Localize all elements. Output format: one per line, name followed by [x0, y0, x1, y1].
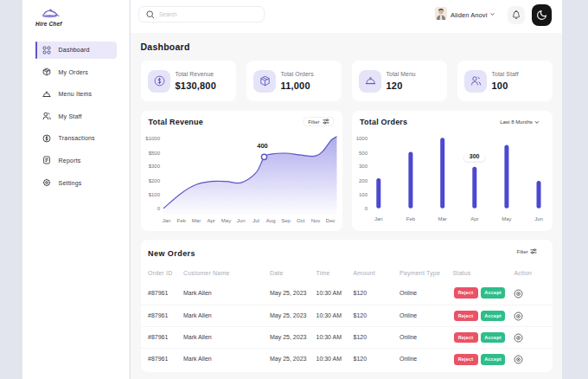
svg-text:Apr: Apr: [470, 216, 478, 222]
svg-text:$1000: $1000: [145, 136, 160, 141]
svg-text:300: 300: [359, 164, 368, 169]
svg-text:Jun: Jun: [534, 216, 543, 222]
svg-text:1000: 1000: [356, 136, 368, 141]
svg-text:Aug: Aug: [265, 218, 275, 223]
svg-text:Jan: Jan: [162, 218, 170, 223]
svg-text:200: 200: [359, 178, 368, 183]
svg-text:Sep: Sep: [281, 218, 291, 223]
svg-text:Feb: Feb: [406, 216, 416, 222]
svg-text:0: 0: [365, 206, 368, 211]
svg-text:May: May: [502, 216, 511, 222]
svg-text:400: 400: [257, 142, 268, 150]
svg-text:300: 300: [470, 153, 480, 159]
svg-text:0: 0: [157, 206, 160, 211]
svg-text:$500: $500: [148, 151, 160, 156]
svg-text:Mar: Mar: [191, 218, 200, 223]
svg-text:$200: $200: [148, 178, 160, 183]
svg-text:Feb: Feb: [176, 218, 186, 223]
svg-text:$100: $100: [148, 192, 160, 197]
svg-text:$300: $300: [148, 164, 160, 169]
svg-text:100: 100: [359, 192, 368, 197]
svg-text:Nov: Nov: [310, 218, 320, 223]
svg-text:Jul: Jul: [252, 218, 259, 223]
svg-text:May: May: [220, 218, 230, 223]
svg-text:Dec: Dec: [325, 218, 335, 223]
svg-text:Jun: Jun: [236, 218, 245, 223]
svg-text:Apr: Apr: [207, 218, 214, 223]
svg-text:500: 500: [359, 151, 368, 156]
svg-text:Oct: Oct: [297, 218, 305, 223]
svg-text:Jan: Jan: [374, 216, 383, 222]
svg-text:Mar: Mar: [438, 216, 447, 222]
